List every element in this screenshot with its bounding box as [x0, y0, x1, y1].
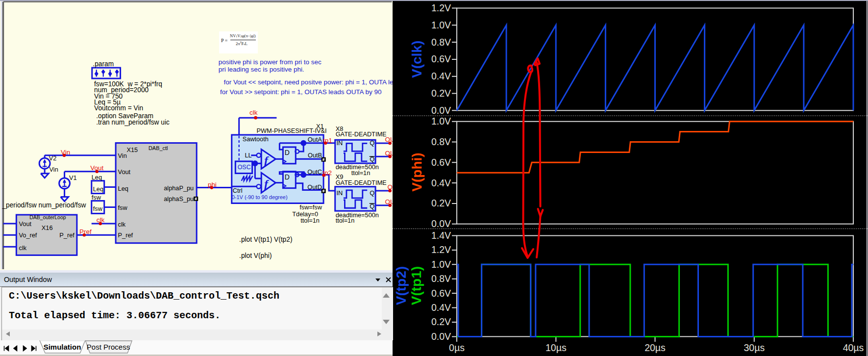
svg-text:OUT: OUT: [388, 183, 393, 191]
svg-text:0.8V: 0.8V: [431, 273, 451, 284]
svg-text:_period/fsw num_period/fsw: _period/fsw num_period/fsw: [1, 202, 86, 209]
svg-text:OutD: OutD: [307, 183, 322, 191]
svg-text:Leq: Leq: [92, 174, 102, 181]
svg-text:OUT: OUT: [385, 150, 393, 157]
svg-text:.tran num_period/fsw uic: .tran num_period/fsw uic: [96, 119, 170, 126]
svg-text:DAB_ctl: DAB_ctl: [149, 145, 168, 151]
svg-text:tp1: tp1: [323, 137, 332, 144]
svg-text:1.2V: 1.2V: [431, 244, 451, 255]
svg-text:Voutcomm = Vin: Voutcomm = Vin: [94, 104, 143, 112]
svg-text:.plot V(phi): .plot V(phi): [239, 252, 272, 259]
svg-text:V(tp1): V(tp1): [409, 266, 424, 305]
svg-text:GATE-DEADTIME: GATE-DEADTIME: [336, 179, 387, 186]
svg-text:V(clk): V(clk): [409, 41, 424, 78]
svg-text:40µs: 40µs: [843, 342, 864, 353]
svg-text:0.0V: 0.0V: [431, 105, 451, 116]
svg-text:0.6V: 0.6V: [431, 53, 451, 64]
svg-text:1.0V: 1.0V: [431, 259, 451, 270]
svg-text:GATE-DEADTIME: GATE-DEADTIME: [336, 130, 387, 138]
svg-text:.param: .param: [93, 60, 114, 68]
svg-text:Q: Q: [370, 203, 374, 210]
svg-text:Vo_ref: Vo_ref: [19, 231, 37, 239]
svg-text:Q: Q: [370, 139, 374, 147]
svg-text:OutA: OutA: [308, 136, 322, 143]
svg-text:LL: LL: [245, 152, 251, 159]
svg-text:0.4V: 0.4V: [431, 302, 451, 313]
svg-text:0.4V: 0.4V: [431, 178, 451, 188]
svg-text:0.6V: 0.6V: [431, 288, 451, 299]
svg-text:0.4V: 0.4V: [431, 71, 451, 81]
svg-text:OUT: OUT: [385, 198, 393, 205]
svg-text:OSC: OSC: [238, 164, 251, 171]
svg-text:for Vout >> setpoint: phi = 1,: for Vout >> setpoint: phi = 1, OUTAS lea…: [220, 88, 381, 96]
svg-text:tp2: tp2: [322, 169, 332, 177]
svg-text:OutC: OutC: [307, 168, 322, 176]
svg-text:V2: V2: [49, 154, 57, 162]
svg-text:clk: clk: [19, 244, 27, 252]
svg-text:clk: clk: [249, 109, 258, 116]
svg-text:30µs: 30µs: [744, 342, 765, 353]
svg-text:Sawtooth: Sawtooth: [243, 135, 269, 143]
svg-text:P_ref: P_ref: [59, 231, 74, 239]
svg-text:clk: clk: [97, 216, 105, 224]
svg-text:1.0V: 1.0V: [431, 116, 451, 127]
svg-text:DAB_outerLoop: DAB_outerLoop: [29, 215, 66, 220]
svg-text:0.2V: 0.2V: [431, 198, 451, 208]
svg-text:10µs: 10µs: [546, 342, 567, 353]
svg-text:PWM-PHASESHIFT-IV&I: PWM-PHASESHIFT-IV&I: [257, 127, 327, 134]
svg-text:0.8V: 0.8V: [431, 136, 451, 147]
svg-text:X15: X15: [127, 146, 138, 153]
svg-text:D: D: [285, 173, 290, 181]
svg-text:Post Process: Post Process: [87, 343, 130, 351]
svg-text:V(tp2): V(tp2): [394, 266, 409, 305]
svg-text:fsw: fsw: [92, 194, 101, 201]
svg-text:V(phi): V(phi): [409, 153, 424, 191]
svg-text:.plot V(tp1) V(tp2): .plot V(tp1) V(tp2): [239, 236, 292, 243]
svg-text:for Vout << setpoint, need pos: for Vout << setpoint, need positve power…: [223, 78, 393, 86]
svg-text:0.0V: 0.0V: [431, 331, 451, 342]
svg-text:alphaP_pu: alphaP_pu: [164, 184, 194, 192]
svg-text:0.6V: 0.6V: [431, 157, 451, 168]
svg-text:1.0V: 1.0V: [431, 20, 451, 30]
svg-text:phi: phi: [208, 181, 217, 188]
svg-text:IN: IN: [336, 139, 343, 147]
svg-text:fsw: fsw: [118, 204, 128, 211]
svg-text:0.0V: 0.0V: [431, 218, 451, 229]
svg-text:Ctrl: Ctrl: [233, 187, 243, 194]
svg-text:X16: X16: [42, 224, 53, 231]
svg-text:pri leading sec is positive ph: pri leading sec is positive phi.: [219, 66, 304, 73]
svg-text:Vin: Vin: [61, 149, 70, 156]
svg-text:OutB: OutB: [308, 152, 322, 159]
svg-text:Simulation: Simulation: [44, 343, 81, 351]
svg-text:IN: IN: [336, 189, 343, 197]
svg-text:ttol=1n: ttol=1n: [300, 217, 320, 224]
svg-text:D: D: [285, 149, 290, 156]
svg-text:positive phi is power from pri: positive phi is power from pri to sec: [219, 58, 322, 66]
svg-text:1.2V: 1.2V: [431, 2, 451, 13]
svg-text:Vout: Vout: [118, 168, 131, 176]
svg-text:0µs: 0µs: [449, 342, 465, 353]
svg-text:0.2V: 0.2V: [431, 88, 451, 99]
svg-text:clk: clk: [118, 221, 126, 228]
svg-text:OUT: OUT: [385, 136, 393, 143]
svg-text:V1: V1: [69, 174, 77, 181]
svg-text:0-1V (-90 to 90 degree): 0-1V (-90 to 90 degree): [232, 194, 288, 200]
svg-text:Vin: Vin: [118, 152, 127, 159]
svg-text:20µs: 20µs: [645, 342, 666, 353]
svg-text:Q: Q: [370, 189, 374, 197]
svg-text:ttol=1n: ttol=1n: [351, 169, 371, 177]
svg-text:Vout: Vout: [90, 164, 103, 172]
svg-text:Pref: Pref: [79, 228, 92, 235]
svg-text:0.8V: 0.8V: [431, 37, 451, 48]
svg-text:fsw: fsw: [93, 205, 103, 212]
svg-text:Q: Q: [370, 155, 374, 163]
svg-text:Leq: Leq: [93, 185, 103, 193]
svg-text:1.4V: 1.4V: [431, 230, 451, 241]
svg-text:alphaS_pu: alphaS_pu: [164, 195, 194, 203]
svg-text:Vin: Vin: [50, 166, 58, 173]
svg-text:ttol=1n: ttol=1n: [336, 217, 355, 224]
svg-text:Vout: Vout: [19, 220, 32, 228]
svg-text:Leq: Leq: [118, 185, 128, 192]
svg-text:P_ref: P_ref: [118, 231, 133, 239]
svg-text:0.2V: 0.2V: [431, 316, 451, 327]
